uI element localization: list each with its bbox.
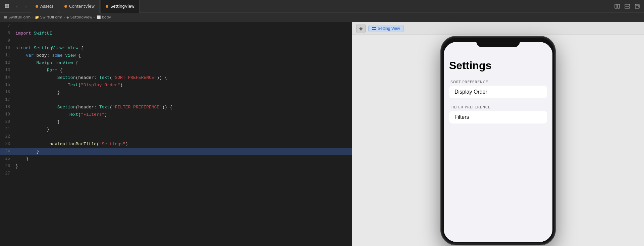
tab-settingview-label: SettingView (110, 4, 134, 9)
line-content-15: Text("Display Order") (15, 83, 123, 88)
line-num-13: 13 (0, 68, 15, 72)
code-line-25: 25 } (0, 155, 352, 162)
breadcrumb-swiftuiform[interactable]: SwiftUIForm (8, 15, 31, 19)
line-content-19: Text("Filters") (15, 112, 107, 117)
line-content-13: Form { (15, 68, 62, 73)
code-line-13: 13 Form { (0, 66, 352, 74)
code-line-7: 7 (0, 22, 352, 30)
code-line-15: 15 Text("Display Order") (0, 81, 352, 89)
phone-mockup: Settings SORT PREFERENCE Display Order F… (441, 37, 555, 245)
ios-section-body-filter: Filters (449, 111, 547, 124)
line-content-11: var body: some View { (15, 53, 81, 58)
preview-toolbar: Setting View (352, 22, 644, 35)
breadcrumb-sep-2: › (64, 15, 65, 19)
svg-rect-11 (372, 29, 374, 30)
svg-rect-10 (374, 27, 376, 28)
code-panel[interactable]: 7 8 import SwiftUI 9 10 struct SettingVi… (0, 22, 352, 246)
breadcrumb-body[interactable]: body (102, 15, 111, 19)
ios-section-body-sort: Display Order (449, 86, 547, 98)
ios-form: SORT PREFERENCE Display Order FILTER PRE… (444, 73, 552, 242)
ios-section-sort: SORT PREFERENCE Display Order (444, 80, 552, 98)
tab-dot-contentview (64, 5, 67, 8)
line-content-20: } (15, 119, 60, 125)
code-line-18: 18 Section(header: Text("FILTER PREFEREN… (0, 103, 352, 111)
breadcrumb-file-icon: ◆ (66, 15, 69, 19)
code-line-14: 14 Section(header: Text("SORT PREFERENCE… (0, 74, 352, 81)
line-num-21: 21 (0, 127, 15, 132)
svg-rect-4 (615, 4, 617, 8)
tab-assets-label: Assets (40, 4, 53, 9)
code-line-8: 8 import SwiftUI (0, 30, 352, 37)
code-line-19: 19 Text("Filters") (0, 111, 352, 118)
line-num-19: 19 (0, 112, 15, 117)
breadcrumb-sep-3: › (94, 15, 95, 19)
svg-rect-2 (5, 6, 7, 8)
line-content-24: } (15, 149, 39, 154)
line-content-8: import SwiftUI (15, 31, 52, 36)
svg-rect-6 (625, 4, 630, 6)
pin-button[interactable] (356, 24, 366, 33)
ios-row-filters: Filters (449, 111, 547, 124)
ios-section-header-sort: SORT PREFERENCE (444, 80, 552, 86)
code-line-23: 23 .navigationBarTitle("Settings") (0, 140, 352, 148)
code-line-10: 10 struct SettingView: View { (0, 44, 352, 52)
code-line-20: 20 } (0, 118, 352, 126)
svg-rect-7 (625, 7, 630, 8)
layout-button[interactable] (623, 2, 631, 10)
line-num-23: 23 (0, 142, 15, 146)
breadcrumb-sep-1: › (32, 15, 33, 19)
breadcrumb-icon-app: ⊞ (4, 15, 7, 19)
line-content-12: NavigationView { (15, 60, 78, 65)
ios-section-filter: FILTER PREFERENCE Filters (444, 105, 552, 124)
code-line-12: 12 NavigationView { (0, 59, 352, 66)
line-num-18: 18 (0, 105, 15, 109)
line-num-10: 10 (0, 46, 15, 50)
line-num-22: 22 (0, 134, 15, 139)
svg-rect-12 (374, 29, 376, 30)
line-num-24: 24 (0, 149, 15, 154)
breadcrumb-body-icon: ⬜ (97, 15, 101, 19)
ios-nav-title: Settings (449, 59, 547, 72)
line-content-21: } (15, 127, 49, 132)
nav-forward-button[interactable]: › (22, 3, 30, 10)
line-num-12: 12 (0, 60, 15, 65)
line-num-14: 14 (0, 75, 15, 80)
tab-contentview-label: ContentView (69, 4, 95, 9)
line-content-26: } (15, 164, 18, 169)
tab-dot-assets (36, 5, 38, 8)
main-content: 7 8 import SwiftUI 9 10 struct SettingVi… (0, 22, 644, 246)
line-content-16: } (15, 90, 60, 95)
tab-assets[interactable]: Assets (31, 0, 58, 13)
svg-rect-1 (7, 4, 9, 6)
nav-back-button[interactable]: ‹ (13, 3, 21, 10)
tab-dot-settingview (106, 5, 108, 8)
code-line-17: 17 (0, 96, 352, 103)
svg-rect-8 (635, 4, 639, 8)
split-view-button[interactable] (613, 2, 621, 10)
code-line-11: 11 var body: some View { (0, 52, 352, 59)
tab-settingview[interactable]: SettingView (101, 0, 139, 13)
line-num-11: 11 (0, 53, 15, 58)
breadcrumb-swiftuiform-2[interactable]: SwiftUIForm (40, 15, 62, 19)
line-content-23: .navigationBarTitle("Settings") (15, 142, 128, 147)
line-content-10: struct SettingView: View { (15, 46, 84, 51)
line-num-26: 26 (0, 164, 15, 168)
code-line-26: 26 } (0, 162, 352, 170)
top-bar: ‹ › Assets ContentView SettingView (0, 0, 644, 13)
line-num-16: 16 (0, 90, 15, 95)
phone-notch (476, 38, 520, 47)
svg-rect-0 (5, 4, 7, 6)
line-content-18: Section(header: Text("FILTER PREFERENCE"… (15, 105, 172, 110)
right-icons (613, 2, 641, 10)
grid-icon (3, 2, 12, 11)
code-line-27: 27 (0, 170, 352, 177)
breadcrumb-settingview[interactable]: SettingView (70, 15, 93, 19)
tab-contentview[interactable]: ContentView (60, 0, 100, 13)
preview-panel: Setting View Settings SORT PREFERENCE Di… (352, 22, 644, 246)
code-line-16: 16 } (0, 89, 352, 96)
breadcrumb-folder-icon: 📁 (35, 15, 39, 19)
svg-rect-9 (372, 27, 374, 28)
preview-title-button[interactable]: Setting View (368, 25, 404, 32)
fullscreen-button[interactable] (633, 2, 641, 10)
ios-nav: Settings (444, 57, 552, 73)
